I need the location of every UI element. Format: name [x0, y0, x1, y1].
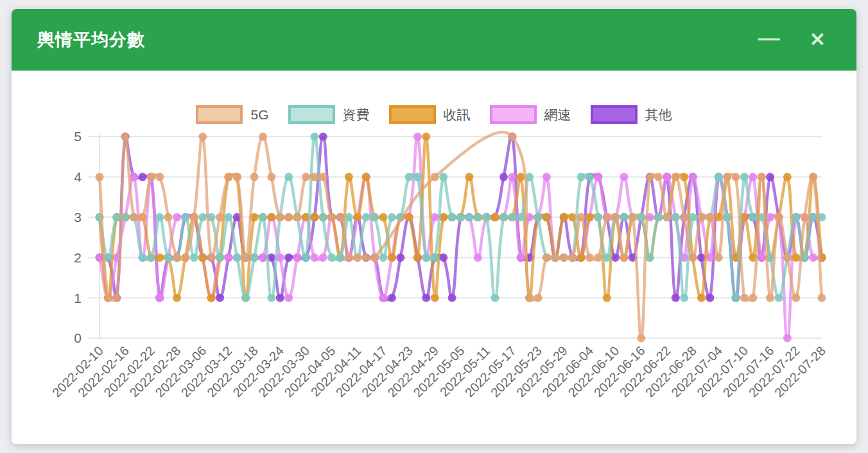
chart-window: 輿情平均分數 — ✕ 5G資費收訊網速其他 0123452022-02-1020… [12, 9, 856, 444]
chart-card-body: 5G資費收訊網速其他 0123452022-02-102022-02-16202… [12, 71, 856, 444]
svg-text:0: 0 [74, 330, 82, 345]
legend-item-收訊[interactable]: 收訊 [389, 105, 471, 124]
legend-label: 收訊 [444, 106, 471, 124]
legend-swatch-icon [196, 105, 243, 124]
close-icon[interactable]: ✕ [803, 26, 832, 53]
svg-text:5: 5 [74, 129, 82, 144]
page-background: { "window": { "title": "輿情平均分數", "minimi… [0, 0, 868, 453]
svg-text:2: 2 [74, 250, 82, 265]
legend-label: 5G [250, 107, 268, 123]
y-axis-labels: 012345 [74, 129, 82, 345]
window-titlebar: 輿情平均分數 — ✕ [12, 9, 856, 71]
legend-item-其他[interactable]: 其他 [591, 105, 672, 124]
x-axis-labels: 2022-02-102022-02-162022-02-222022-02-28… [49, 343, 828, 400]
legend-label: 網速 [544, 106, 571, 124]
legend-label: 資費 [343, 106, 370, 124]
window-title: 輿情平均分數 [37, 28, 145, 51]
legend-swatch-icon [591, 105, 638, 124]
legend-item-網速[interactable]: 網速 [490, 105, 571, 124]
legend-swatch-icon [389, 105, 436, 124]
legend-swatch-icon [490, 105, 537, 124]
series-5G [96, 132, 826, 343]
legend-swatch-icon [288, 105, 335, 124]
svg-text:3: 3 [74, 210, 82, 225]
legend-label: 其他 [645, 106, 672, 124]
chart-legend: 5G資費收訊網速其他 [12, 105, 856, 124]
legend-item-資費[interactable]: 資費 [288, 105, 370, 124]
svg-text:1: 1 [74, 291, 82, 305]
svg-text:4: 4 [74, 169, 82, 184]
score-line-chart[interactable]: 0123452022-02-102022-02-162022-02-222022… [12, 71, 856, 444]
minimize-icon[interactable]: — [752, 22, 786, 52]
legend-item-5G[interactable]: 5G [196, 105, 268, 124]
